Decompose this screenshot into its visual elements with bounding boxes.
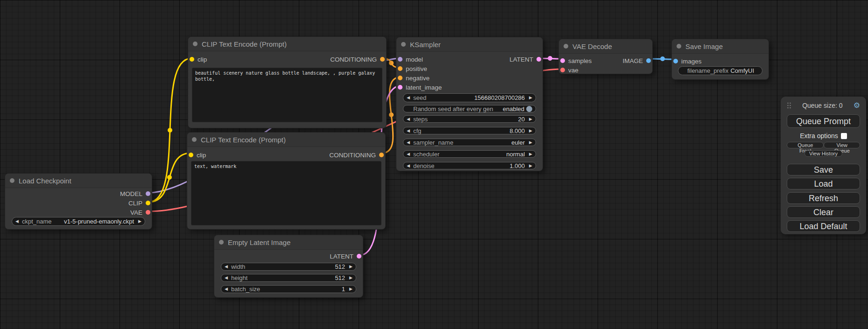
increment-arrow-icon[interactable]: ▶ [529,152,532,156]
vae-slot-dot-icon[interactable] [146,210,150,215]
refresh-button[interactable]: Refresh [787,192,860,204]
input-slot-clip[interactable]: clip [189,152,206,159]
increment-arrow-icon[interactable]: ▶ [529,164,532,168]
queue-front-button[interactable]: Queue Front [787,142,824,148]
collapse-dot-icon[interactable] [564,44,568,49]
widget-cfg[interactable]: ◀ cfg 8.000 ▶ [403,127,536,134]
drag-handle-icon[interactable] [787,102,791,109]
node-empty-latent-image-header[interactable]: Empty Latent Image [214,235,363,250]
increment-arrow-icon[interactable]: ▶ [138,219,141,224]
latent-slot-dot-icon[interactable] [560,58,565,63]
collapse-dot-icon[interactable] [219,240,224,245]
node-clip-text-encode-negative-header[interactable]: CLIP Text Encode (Prompt) [187,133,385,147]
input-slot-model[interactable]: model [398,56,423,63]
conditioning-slot-dot-icon[interactable] [380,57,385,62]
output-slot-conditioning[interactable]: CONDITIONING [330,56,385,63]
decrement-arrow-icon[interactable]: ◀ [407,96,410,100]
input-slot-latent-image[interactable]: latent_image [398,84,442,91]
node-load-checkpoint-header[interactable]: Load Checkpoint [5,174,152,188]
conditioning-slot-dot-icon[interactable] [398,76,402,80]
increment-arrow-icon[interactable]: ▶ [529,117,532,121]
model-slot-dot-icon[interactable] [146,191,150,196]
widget-denoise[interactable]: ◀ denoise 1.000 ▶ [403,162,536,169]
settings-gear-icon[interactable]: ⚙ [854,102,860,109]
latent-slot-dot-icon[interactable] [357,254,361,259]
output-slot-clip[interactable]: CLIP [128,200,150,207]
decrement-arrow-icon[interactable]: ◀ [15,219,19,224]
decrement-arrow-icon[interactable]: ◀ [407,129,410,133]
node-save-image-header[interactable]: Save Image [672,39,769,54]
vae-slot-dot-icon[interactable] [560,68,565,72]
decrement-arrow-icon[interactable]: ◀ [407,152,410,156]
widget-steps[interactable]: ◀ steps 20 ▶ [403,115,536,123]
output-slot-image[interactable]: IMAGE [622,57,651,64]
widget-random-seed-toggle[interactable]: Random seed after every gen enabled [403,105,536,112]
node-ksampler-header[interactable]: KSampler [396,37,543,52]
collapse-dot-icon[interactable] [193,42,198,46]
increment-arrow-icon[interactable]: ▶ [349,276,353,280]
node-clip-text-encode-negative[interactable]: CLIP Text Encode (Prompt) clip CONDITION… [187,132,386,230]
input-slot-samples[interactable]: samples [560,57,592,64]
node-clip-text-encode-positive[interactable]: CLIP Text Encode (Prompt) clip CONDITION… [188,36,387,128]
image-slot-dot-icon[interactable] [646,58,651,63]
queue-panel[interactable]: Queue size: 0 ⚙ Queue Prompt Extra optio… [781,97,866,234]
clip-slot-dot-icon[interactable] [189,153,193,157]
widget-batch-size[interactable]: ◀ batch_size 1 ▶ [221,285,356,293]
collapse-dot-icon[interactable] [192,137,197,142]
decrement-arrow-icon[interactable]: ◀ [407,117,410,121]
input-slot-clip[interactable]: clip [190,56,207,63]
decrement-arrow-icon[interactable]: ◀ [407,140,410,145]
node-clip-text-encode-positive-header[interactable]: CLIP Text Encode (Prompt) [188,37,386,51]
decrement-arrow-icon[interactable]: ◀ [225,276,228,280]
image-slot-dot-icon[interactable] [673,59,678,63]
node-empty-latent-image[interactable]: Empty Latent Image LATENT ◀ width 512 ▶ … [214,235,363,298]
widget-ckpt-name[interactable]: ◀ ckpt_name v1-5-pruned-emaonly.ckpt ▶ [12,217,145,226]
graph-canvas[interactable]: { "nodes": [ { "title": "Load Checkpoint… [0,0,868,329]
conditioning-slot-dot-icon[interactable] [379,153,384,157]
conditioning-slot-dot-icon[interactable] [398,66,402,71]
clip-slot-dot-icon[interactable] [146,201,150,205]
output-slot-vae[interactable]: VAE [130,209,150,216]
negative-prompt-textarea[interactable]: text, watermark [191,161,381,225]
node-vae-decode[interactable]: VAE Decode samples IMAGE vae [558,39,653,74]
input-slot-vae[interactable]: vae [560,67,579,74]
widget-sampler-name[interactable]: ◀ sampler_name euler ▶ [403,139,536,146]
widget-scheduler[interactable]: ◀ scheduler normal ▶ [403,150,536,158]
input-slot-negative[interactable]: negative [398,75,430,82]
load-default-button[interactable]: Load Default [787,220,860,232]
toggle-circle-icon[interactable] [526,106,532,112]
view-queue-button[interactable]: View Queue [824,142,860,148]
queue-prompt-button[interactable]: Queue Prompt [787,114,860,128]
node-vae-decode-header[interactable]: VAE Decode [559,39,652,54]
widget-seed[interactable]: ◀ seed 156680208700286 ▶ [403,93,536,102]
load-button[interactable]: Load [787,178,860,189]
decrement-arrow-icon[interactable]: ◀ [225,287,228,291]
output-slot-latent[interactable]: LATENT [330,253,361,260]
decrement-arrow-icon[interactable]: ◀ [407,164,410,168]
output-slot-conditioning[interactable]: CONDITIONING [329,152,384,159]
node-load-checkpoint[interactable]: Load Checkpoint MODEL CLIP VAE ◀ ckpt_na… [5,173,152,230]
node-ksampler[interactable]: KSampler model LATENT positive negative … [396,37,543,171]
collapse-dot-icon[interactable] [401,42,406,47]
decrement-arrow-icon[interactable]: ◀ [225,265,228,269]
increment-arrow-icon[interactable]: ▶ [529,129,532,133]
increment-arrow-icon[interactable]: ▶ [349,287,353,291]
output-slot-model[interactable]: MODEL [120,190,150,197]
input-slot-images[interactable]: images [673,58,702,65]
extra-options-checkbox[interactable] [841,133,847,139]
increment-arrow-icon[interactable]: ▶ [529,96,532,100]
latent-slot-dot-icon[interactable] [536,57,541,62]
model-slot-dot-icon[interactable] [398,57,402,62]
clear-button[interactable]: Clear [787,206,860,218]
widget-height[interactable]: ◀ height 512 ▶ [221,274,356,282]
view-history-button[interactable]: View History [804,150,842,157]
increment-arrow-icon[interactable]: ▶ [529,140,532,145]
positive-prompt-textarea[interactable]: beautiful scenery nature glass bottle la… [192,68,382,122]
widget-width[interactable]: ◀ width 512 ▶ [221,263,356,271]
input-slot-positive[interactable]: positive [398,65,427,72]
output-slot-latent[interactable]: LATENT [509,56,541,63]
latent-slot-dot-icon[interactable] [398,85,402,90]
collapse-dot-icon[interactable] [677,44,681,49]
clip-slot-dot-icon[interactable] [190,57,194,62]
increment-arrow-icon[interactable]: ▶ [349,265,353,269]
